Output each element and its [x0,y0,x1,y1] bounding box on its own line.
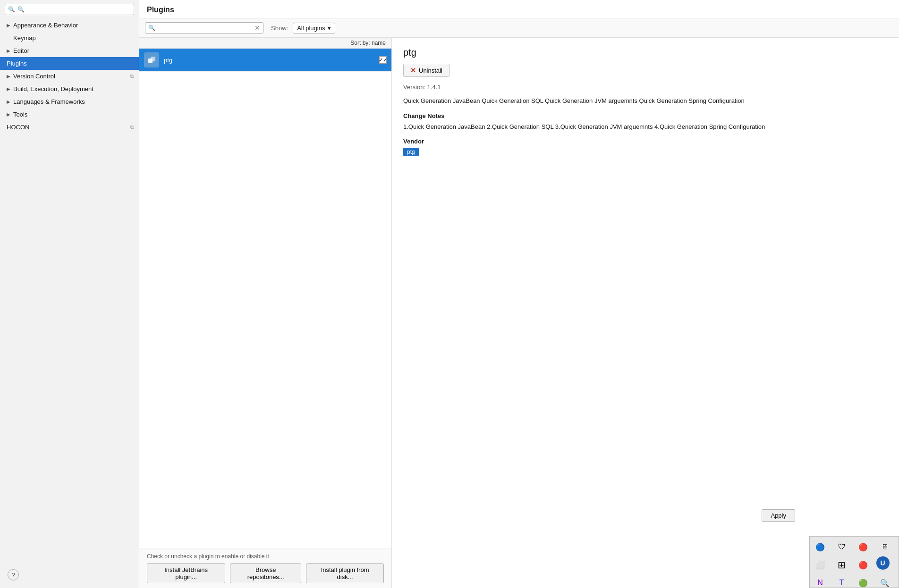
vendor-label: Vendor [403,138,888,145]
uninstall-label: Uninstall [419,67,442,74]
browse-repos-button[interactable]: Browse repositories... [230,563,301,583]
sort-bar: Sort by: name [139,38,391,49]
plugin-list-item[interactable]: ptg ✓ [139,49,391,72]
copy-icon: ⧉ [130,124,134,130]
sidebar-search-area: 🔍 [0,0,139,19]
plugin-search-clear-icon[interactable]: ✕ [254,24,260,32]
green-icon[interactable]: 🟢 [855,574,872,588]
shield-icon[interactable]: 🛡 [833,538,850,555]
sidebar-item-label: Keymap [13,34,134,42]
help-button[interactable]: ? [8,569,19,580]
plugins-toolbar: 🔍 ptg ✕ Show: All plugins ▾ [139,18,899,38]
show-dropdown[interactable]: All plugins ▾ [293,23,335,34]
sidebar-item-label: Build, Execution, Deployment [13,85,134,92]
svg-rect-1 [151,57,155,61]
sidebar: 🔍 ▶ Appearance & Behavior Keymap ▶ Edito… [0,0,139,588]
sidebar-item-version-control[interactable]: ▶ Version Control ⧉ [0,70,139,83]
install-disk-button[interactable]: Install plugin from disk... [306,563,384,583]
uninstall-button[interactable]: ✕ Uninstall [403,64,450,77]
apply-button[interactable]: Apply [762,509,795,522]
windows-icon[interactable]: ⊞ [833,556,850,573]
taskbar-overlay: 🔵 🛡 🔴 🖥 ⬜ ⊞ 🔴 U N T 🟢 🔍 [809,536,899,588]
sidebar-item-label: Languages & Frameworks [13,98,134,105]
sidebar-item-label: Plugins [7,60,134,67]
sidebar-item-plugins[interactable]: Plugins [0,57,139,70]
change-notes-label: Change Notes [403,112,888,119]
u-icon[interactable]: U [876,556,890,570]
plugin-icon [144,52,159,67]
uninstall-x-icon: ✕ [410,67,416,74]
sidebar-item-label: Tools [13,111,134,118]
chevron-right-icon: ▶ [7,86,10,92]
bluetooth-icon[interactable]: 🔵 [812,538,829,555]
description-text: Quick Generation JavaBean Quick Generati… [403,96,888,106]
sidebar-item-tools[interactable]: ▶ Tools [0,108,139,121]
sidebar-item-appearance[interactable]: ▶ Appearance & Behavior [0,19,139,32]
sidebar-item-build-execution[interactable]: ▶ Build, Execution, Deployment [0,83,139,95]
window-icon[interactable]: ⬜ [812,556,829,573]
sort-label[interactable]: Sort by: name [350,40,386,46]
chevron-right-icon: ▶ [7,74,10,79]
plugin-search-wrapper: 🔍 ptg ✕ [145,22,263,34]
circle-r-icon[interactable]: 🔴 [855,556,872,573]
footer-hint: Check or uncheck a plugin to enable or d… [147,553,384,560]
vpn-icon[interactable]: 🔴 [855,538,872,555]
sidebar-item-label: Version Control [13,73,130,80]
sidebar-item-hocon[interactable]: HOCON ⧉ [0,121,139,134]
chevron-right-icon: ▶ [7,48,10,53]
version-text: Version: 1.4.1 [403,84,888,91]
sidebar-item-keymap[interactable]: Keymap [0,32,139,44]
teams-icon[interactable]: T [833,574,850,588]
chevron-right-icon: ▶ [7,99,10,104]
sidebar-item-languages[interactable]: ▶ Languages & Frameworks [0,95,139,108]
chevron-right-icon: ▶ [7,112,10,117]
search-icon[interactable]: 🔍 [876,574,893,588]
page-title: Plugins [147,6,174,14]
sidebar-item-label: HOCON [7,124,130,131]
plugins-panel: Plugins 🔍 ptg ✕ Show: All plugins ▾ Sort… [139,0,899,588]
onenote-icon[interactable]: N [812,574,829,588]
plugin-detail-title: ptg [403,47,888,58]
sidebar-item-editor[interactable]: ▶ Editor [0,44,139,57]
install-jetbrains-button[interactable]: Install JetBrains plugin... [147,563,225,583]
change-notes-text: 1.Quick Generation JavaBean 2.Quick Gene… [403,122,888,132]
plugins-header: Plugins [139,0,899,18]
checkbox-checkmark: ✓ [379,57,383,63]
copy-icon: ⧉ [130,73,134,79]
show-dropdown-value: All plugins [297,25,325,32]
bottom-bar: Check or uncheck a plugin to enable or d… [139,548,391,588]
display-icon[interactable]: 🖥 [876,538,893,555]
plugin-search-icon: 🔍 [148,25,155,31]
plugin-detail-panel: ptg ✕ Uninstall Version: 1.4.1 Quick Gen… [392,38,899,588]
plugins-content: Sort by: name ptg ✓ [139,38,899,588]
sidebar-search-input[interactable] [5,4,134,15]
vendor-tag[interactable]: ptg [403,148,419,156]
plugin-checkbox[interactable]: ✓ [379,56,387,64]
plugin-name: ptg [164,57,379,64]
show-label: Show: [271,25,288,32]
chevron-right-icon: ▶ [7,23,10,28]
chevron-down-icon: ▾ [328,25,331,32]
sidebar-item-label: Appearance & Behavior [13,22,134,29]
sidebar-item-label: Editor [13,47,134,54]
bottom-actions: Install JetBrains plugin... Browse repos… [147,563,384,583]
plugin-search-input[interactable]: ptg [158,25,252,32]
plugin-list-panel: Sort by: name ptg ✓ [139,38,392,588]
